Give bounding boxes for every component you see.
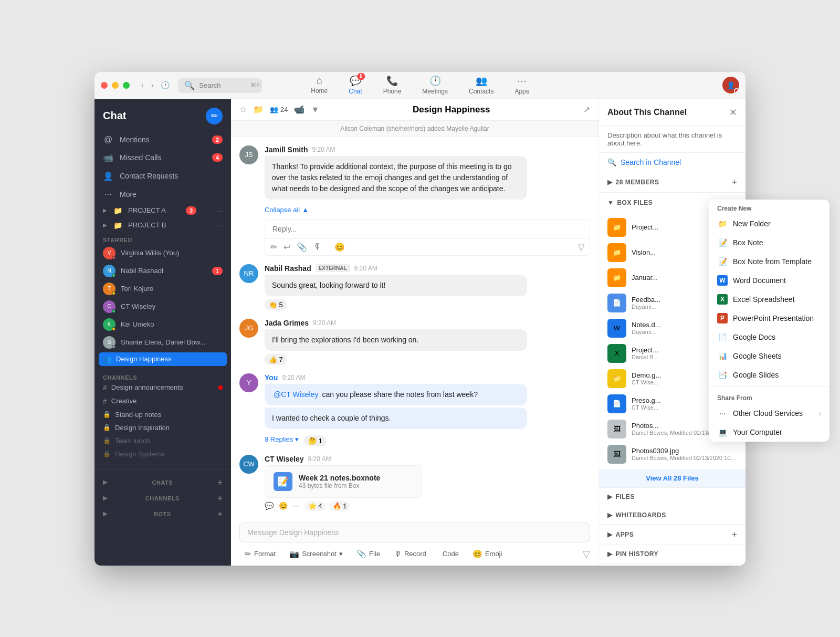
reaction-star[interactable]: ⭐ 4 bbox=[304, 501, 326, 511]
word-doc-item[interactable]: W Word Document bbox=[709, 271, 746, 290]
code-button[interactable]: Code bbox=[435, 547, 464, 560]
google-docs-item[interactable]: 📄 Google Docs bbox=[709, 328, 746, 347]
forward-button[interactable]: › bbox=[148, 79, 157, 91]
dm-virginia-label: Virginia Willis (You) bbox=[121, 249, 179, 257]
new-folder-item[interactable]: 📁 New Folder bbox=[709, 214, 746, 233]
search-in-channel-button[interactable]: 🔍 Search in Channel bbox=[599, 153, 746, 172]
nav-meetings[interactable]: 🕐 Meetings bbox=[412, 72, 458, 98]
reply-action-icon[interactable]: 💬 bbox=[265, 502, 274, 510]
right-panel-close-button[interactable]: ✕ bbox=[729, 107, 737, 118]
list-item[interactable]: 🖼 Photos0309.jpg Daniel Bowes, Modified … bbox=[599, 442, 746, 467]
google-sheets-item[interactable]: 📊 Google Sheets bbox=[709, 347, 746, 366]
box-note-template-item[interactable]: 📝 Box Note from Template bbox=[709, 252, 746, 271]
dm-virginia[interactable]: V Virginia Willis (You) bbox=[94, 244, 231, 262]
bookmarked-header[interactable]: ▶ BOOKMARKED MESSAGES bbox=[599, 563, 746, 566]
screenshot-button[interactable]: 📷 Screenshot ▾ bbox=[284, 547, 348, 561]
bots-section[interactable]: ▶ BOTS + bbox=[94, 505, 231, 521]
members-add-icon[interactable]: + bbox=[732, 177, 737, 187]
replies-button[interactable]: 8 Replies ▾ bbox=[265, 435, 299, 443]
your-computer-item[interactable]: 💻 Your Computer bbox=[709, 423, 746, 442]
reaction-fire[interactable]: 🔥 1 bbox=[329, 501, 351, 511]
nav-chat[interactable]: 6 💬 Chat bbox=[338, 72, 372, 98]
google-slides-item[interactable]: 📑 Google Slides bbox=[709, 366, 746, 384]
emoji-button[interactable]: 😊 Emoji bbox=[467, 547, 508, 561]
channel-design-inspiration[interactable]: 🔒 Design Inspiration bbox=[94, 421, 231, 434]
channel-design-announcements[interactable]: # Design announcements bbox=[94, 381, 231, 394]
files-section-header[interactable]: ▶ FILES bbox=[599, 488, 746, 506]
sidebar-item-missed-calls[interactable]: 📹 Missed Calls 4 bbox=[94, 149, 231, 167]
compose-button[interactable]: ✏ bbox=[206, 108, 223, 124]
nav-phone[interactable]: 📞 Phone bbox=[373, 72, 412, 98]
dm-ct-wiseley[interactable]: C CT Wiseley bbox=[94, 298, 231, 316]
nav-apps[interactable]: ⋯ Apps bbox=[504, 72, 539, 98]
excel-item[interactable]: X Excel Spreadsheet bbox=[709, 290, 746, 309]
channel-creative[interactable]: # Creative bbox=[94, 394, 231, 408]
members-count[interactable]: 👥 24 bbox=[270, 106, 288, 113]
project-b-options-icon[interactable]: ··· bbox=[216, 221, 223, 229]
project-a-options-icon[interactable]: ··· bbox=[216, 206, 223, 215]
user-avatar[interactable]: 👤 bbox=[722, 77, 739, 93]
chats-add-icon[interactable]: + bbox=[217, 478, 223, 487]
history-button[interactable]: 🕐 bbox=[156, 79, 174, 91]
file-attachment[interactable]: 📝 Week 21 notes.boxnote 43 bytes file fr… bbox=[265, 465, 422, 498]
search-bar[interactable]: 🔍 ⌘F bbox=[178, 78, 262, 93]
file-button[interactable]: 📎 File bbox=[351, 547, 385, 561]
maximize-button[interactable] bbox=[123, 82, 130, 89]
message-input-box[interactable]: Message Design Happiness bbox=[239, 523, 590, 542]
sidebar-item-more[interactable]: ··· More bbox=[94, 185, 231, 203]
channels-bottom-section[interactable]: ▶ CHANNELS + bbox=[94, 489, 231, 505]
caret-icon[interactable]: ▼ bbox=[311, 105, 319, 114]
format-button[interactable]: ✏ Format bbox=[239, 547, 281, 561]
pin-history-header[interactable]: ▶ PIN HISTORY bbox=[599, 545, 746, 563]
search-input[interactable] bbox=[199, 81, 246, 89]
chats-section[interactable]: ▶ CHATS + bbox=[94, 474, 231, 489]
sidebar-group-project-a[interactable]: ▶ 📁 PROJECT A 3 ··· bbox=[94, 203, 231, 218]
send-button[interactable]: ▽ bbox=[583, 548, 590, 560]
channel-stand-up-notes[interactable]: 🔒 Stand-up notes bbox=[94, 408, 231, 421]
channel-design-happiness[interactable]: 👥 Design Happiness bbox=[99, 352, 227, 366]
dm-nabil[interactable]: N Nabil Rashadl 1 bbox=[94, 262, 231, 280]
format-icon[interactable]: ✏ bbox=[270, 242, 277, 252]
record-button[interactable]: 🎙 Record bbox=[388, 547, 432, 561]
apps-section-header[interactable]: ▶ APPS + bbox=[599, 525, 746, 545]
star-icon[interactable]: ☆ bbox=[239, 105, 247, 114]
apps-add-icon[interactable]: + bbox=[732, 530, 737, 539]
group-icon: 👥 bbox=[103, 355, 112, 363]
powerpoint-item[interactable]: P PowerPoint Presentation bbox=[709, 309, 746, 328]
other-cloud-item[interactable]: ··· Other Cloud Services › bbox=[709, 404, 746, 423]
channels-add-icon[interactable]: + bbox=[217, 494, 223, 503]
dm-kei[interactable]: K Kei Umeko bbox=[94, 316, 231, 333]
sidebar-item-mentions[interactable]: @ Mentions 2 bbox=[94, 131, 231, 149]
dm-tori[interactable]: T Tori Kojuro bbox=[94, 280, 231, 298]
video-icon[interactable]: 📹 bbox=[294, 105, 304, 114]
whiteboards-section-header[interactable]: ▶ WHITEBOARDS bbox=[599, 506, 746, 524]
close-button[interactable] bbox=[101, 82, 108, 89]
msg-reaction[interactable]: 👏 5 bbox=[265, 299, 287, 310]
sidebar-item-contact-requests[interactable]: 👤 Contact Requests bbox=[94, 167, 231, 185]
nav-home[interactable]: ⌂ Home bbox=[300, 72, 338, 98]
emoji-add-icon[interactable]: 😊 bbox=[279, 502, 288, 510]
more-actions-icon[interactable]: ··· bbox=[293, 502, 299, 510]
members-section-header[interactable]: ▶ 28 MEMBERS + bbox=[599, 172, 746, 192]
msg-reaction[interactable]: 👍 7 bbox=[265, 354, 287, 365]
external-link-icon[interactable]: ↗ bbox=[583, 105, 590, 114]
back-button[interactable]: ‹ bbox=[138, 79, 147, 91]
emoji-icon[interactable]: 😊 bbox=[334, 242, 345, 252]
bots-add-icon[interactable]: + bbox=[217, 509, 223, 519]
dm-shante[interactable]: S Shante Elena, Daniel Bow... bbox=[94, 333, 231, 351]
view-all-files-button[interactable]: View All 28 Files bbox=[599, 469, 746, 487]
send-filter-icon[interactable]: ▽ bbox=[578, 242, 584, 252]
minimize-button[interactable] bbox=[112, 82, 119, 89]
attachment-icon[interactable]: 📎 bbox=[297, 242, 307, 252]
collapse-all-button[interactable]: Collapse all ▲ bbox=[265, 204, 590, 216]
nav-contacts[interactable]: 👥 Contacts bbox=[458, 72, 504, 98]
quote-icon[interactable]: ↩ bbox=[284, 242, 290, 252]
mic-icon[interactable]: 🎙 bbox=[313, 242, 322, 252]
box-note-item[interactable]: 📝 Box Note bbox=[709, 233, 746, 252]
channel-team-lunch[interactable]: 🔒 Team lunch bbox=[94, 434, 231, 447]
channel-design-systems[interactable]: 🔒 Design Systems bbox=[94, 447, 231, 461]
msg-reaction[interactable]: 🤔 1 bbox=[304, 435, 327, 446]
sidebar-group-project-b[interactable]: ▶ 📁 PROJECT B ··· bbox=[94, 218, 231, 233]
reply-input[interactable] bbox=[265, 220, 590, 238]
folder-icon-header[interactable]: 📁 bbox=[253, 105, 264, 114]
